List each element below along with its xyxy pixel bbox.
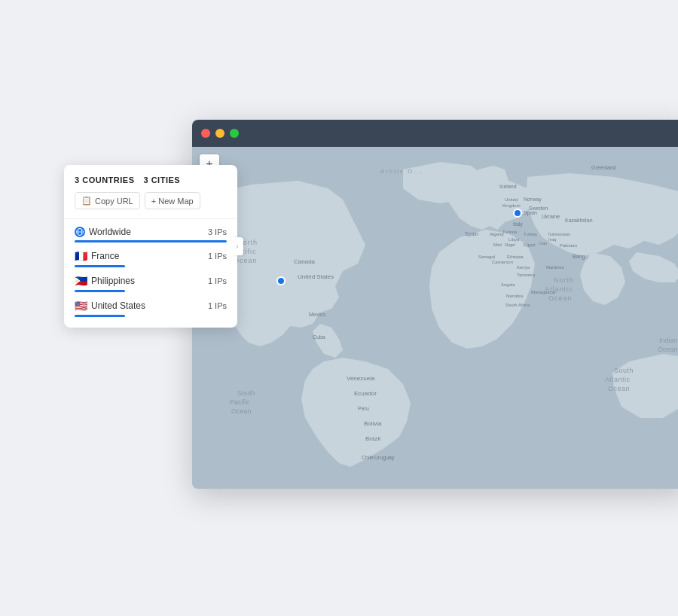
- scene: North Pacific Ocean North Atlantic Ocean…: [64, 120, 614, 519]
- svg-text:Ocean: Ocean: [231, 407, 252, 415]
- svg-text:Venezuela: Venezuela: [347, 375, 375, 382]
- svg-text:Greenland: Greenland: [591, 165, 616, 170]
- svg-text:Maldives: Maldives: [546, 265, 564, 270]
- maximize-button[interactable]: [230, 129, 239, 138]
- svg-text:Libya: Libya: [508, 237, 520, 242]
- svg-text:Peru: Peru: [358, 406, 369, 411]
- svg-text:Ocean: Ocean: [548, 294, 573, 302]
- svg-text:South Africa: South Africa: [505, 303, 530, 307]
- list-item: Worldwide 3 IPs: [75, 227, 227, 242]
- country-name: France: [91, 251, 119, 261]
- new-map-label: + New Map: [151, 197, 194, 206]
- minimize-button[interactable]: [215, 129, 224, 138]
- ip-item-row: 🇫🇷 France 1 IPs: [75, 250, 227, 262]
- country-name: Philippines: [91, 276, 135, 286]
- svg-text:Angola: Angola: [501, 282, 515, 287]
- svg-text:Iran: Iran: [539, 241, 547, 245]
- svg-text:Madagascar: Madagascar: [531, 290, 556, 294]
- ip-bar: [75, 315, 125, 317]
- browser-window: North Pacific Ocean North Atlantic Ocean…: [192, 120, 678, 489]
- close-button[interactable]: [201, 129, 210, 138]
- world-map: North Pacific Ocean North Atlantic Ocean…: [192, 147, 678, 489]
- list-item: 🇫🇷 France 1 IPs: [75, 250, 227, 267]
- svg-text:Kenya: Kenya: [517, 265, 530, 270]
- svg-text:Mexico: Mexico: [309, 312, 325, 317]
- svg-point-61: [514, 209, 521, 217]
- ip-count: 1 IPs: [208, 252, 227, 261]
- ip-bar: [75, 290, 125, 292]
- globe-icon: [75, 227, 85, 237]
- svg-text:Tunisia: Tunisia: [502, 230, 518, 234]
- ip-item-row: 🇵🇭 Philippines 1 IPs: [75, 275, 227, 287]
- flag-icon: 🇺🇸: [75, 300, 87, 312]
- browser-content: North Pacific Ocean North Atlantic Ocean…: [192, 147, 678, 489]
- panel-header: 3 COUNTRIES 3 CITIES: [75, 175, 227, 184]
- ip-list: Worldwide 3 IPs 🇫🇷 France 1 IPs: [75, 227, 227, 317]
- cities-stat: 3 CITIES: [143, 175, 180, 184]
- svg-text:Mali: Mali: [493, 242, 502, 247]
- svg-text:Uruguay: Uruguay: [374, 455, 395, 461]
- svg-text:Italy: Italy: [513, 221, 523, 227]
- svg-text:Spain: Spain: [524, 210, 537, 216]
- panel-actions: 📋 Copy URL + New Map: [75, 192, 227, 209]
- svg-text:Ecuador: Ecuador: [354, 390, 377, 397]
- svg-text:Niger: Niger: [505, 242, 515, 247]
- divider: [64, 218, 237, 219]
- countries-label: COUNTRIES: [82, 175, 134, 184]
- flag-icon: 🇫🇷: [75, 250, 87, 262]
- svg-text:Iraq: Iraq: [548, 237, 556, 242]
- ip-bar: [75, 265, 125, 267]
- ip-item-row: 🇺🇸 United States 1 IPs: [75, 300, 227, 312]
- svg-text:Cuba: Cuba: [313, 334, 325, 340]
- svg-text:Atlantic: Atlantic: [605, 376, 631, 383]
- ip-count: 1 IPs: [208, 301, 227, 310]
- svg-text:Tanzania: Tanzania: [517, 273, 536, 277]
- svg-text:Canada: Canada: [294, 258, 316, 265]
- svg-text:Algeria: Algeria: [490, 232, 504, 236]
- svg-text:Bolivia: Bolivia: [364, 420, 382, 427]
- svg-text:Ocean: Ocean: [658, 346, 678, 353]
- svg-text:Turkey: Turkey: [524, 232, 537, 236]
- ip-item-label: Worldwide: [75, 227, 131, 237]
- svg-text:Iceland: Iceland: [499, 184, 517, 189]
- ip-item-label: 🇵🇭 Philippines: [75, 275, 135, 287]
- ip-count: 1 IPs: [208, 276, 227, 285]
- ip-item-row: Worldwide 3 IPs: [75, 227, 227, 237]
- copy-url-label: Copy URL: [95, 197, 133, 206]
- country-name: United States: [91, 300, 145, 311]
- svg-text:South: South: [614, 367, 634, 374]
- copy-icon: 📋: [81, 196, 92, 206]
- svg-text:Cameroon: Cameroon: [492, 260, 513, 264]
- flag-icon: 🇵🇭: [75, 275, 87, 287]
- svg-text:Namibia: Namibia: [506, 294, 524, 298]
- cities-count: 3: [143, 175, 148, 184]
- copy-url-button[interactable]: 📋 Copy URL: [75, 192, 140, 209]
- country-name: Worldwide: [89, 227, 131, 237]
- svg-text:Pacific: Pacific: [230, 398, 250, 406]
- ip-item-label: 🇫🇷 France: [75, 250, 119, 262]
- new-map-button[interactable]: + New Map: [145, 192, 200, 209]
- ip-bar: [75, 240, 227, 242]
- cities-label: CITIES: [151, 175, 180, 184]
- svg-text:Brazil: Brazil: [365, 435, 380, 442]
- svg-point-60: [277, 277, 285, 285]
- countries-count: 3: [75, 175, 80, 184]
- svg-text:Spain: Spain: [465, 231, 478, 237]
- svg-text:Pakistan: Pakistan: [560, 243, 577, 248]
- ip-item-label: 🇺🇸 United States: [75, 300, 145, 312]
- svg-text:North: North: [554, 276, 574, 284]
- list-item: 🇵🇭 Philippines 1 IPs: [75, 275, 227, 292]
- panel-collapse-button[interactable]: ›: [231, 237, 243, 255]
- svg-text:Ocean: Ocean: [608, 385, 630, 392]
- svg-text:Chile: Chile: [362, 455, 374, 460]
- countries-stat: 3 COUNTRIES: [75, 175, 134, 184]
- svg-text:Senegal: Senegal: [478, 255, 495, 259]
- ip-count: 3 IPs: [208, 227, 227, 236]
- svg-text:Turkmenistan: Turkmenistan: [548, 232, 570, 236]
- map-background: North Pacific Ocean North Atlantic Ocean…: [192, 147, 678, 489]
- svg-text:Kazakhstan: Kazakhstan: [565, 218, 593, 223]
- svg-text:Ethiopia: Ethiopia: [507, 255, 524, 259]
- browser-titlebar: [192, 120, 678, 147]
- svg-text:United: United: [505, 197, 518, 202]
- svg-text:Egypt: Egypt: [524, 242, 536, 247]
